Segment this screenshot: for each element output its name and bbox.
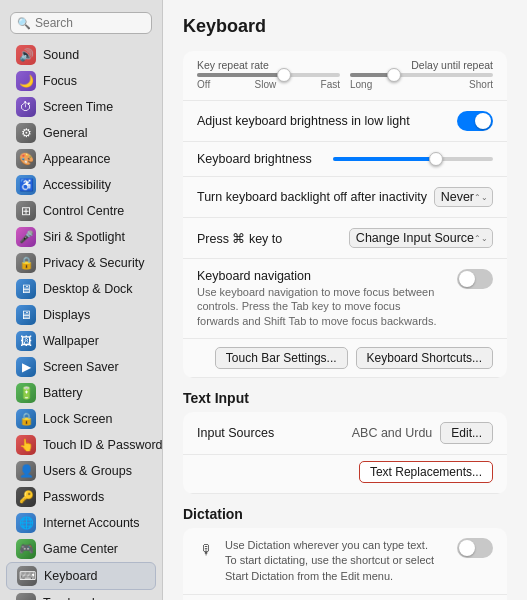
sidebar-item-label: Control Centre (43, 204, 124, 218)
desktop-icon: 🖥 (16, 279, 36, 299)
press-key-row: Press ⌘ key to Change Input Source (183, 218, 507, 259)
displays-icon: 🖥 (16, 305, 36, 325)
sidebar-item-label: Game Center (43, 542, 118, 556)
keyboard-buttons-row: Touch Bar Settings... Keyboard Shortcuts… (183, 339, 507, 378)
sidebar-item-passwords[interactable]: 🔑 Passwords (6, 484, 156, 510)
sound-icon: 🔊 (16, 45, 36, 65)
keyboard-nav-col: Keyboard navigation Use keyboard navigat… (197, 269, 437, 328)
text-input-section: Input Sources ABC and Urdu Edit... Text … (183, 412, 507, 494)
keyboard-nav-toggle-knob (459, 271, 475, 287)
long-label: Long (350, 79, 372, 90)
keyboard-nav-toggle[interactable] (457, 269, 493, 289)
key-repeat-thumb[interactable] (277, 68, 291, 82)
battery-icon: 🔋 (16, 383, 36, 403)
press-key-label: Press ⌘ key to (197, 231, 282, 246)
sidebar-item-label: Privacy & Security (43, 256, 144, 270)
dictation-toggle[interactable] (457, 538, 493, 558)
sidebar-item-label: Sound (43, 48, 79, 62)
sidebar-item-screentime[interactable]: ⏱ Screen Time (6, 94, 156, 120)
sidebar-item-desktop[interactable]: 🖥 Desktop & Dock (6, 276, 156, 302)
brightness-toggle[interactable] (457, 111, 493, 131)
sidebar-item-trackpad[interactable]: ▭ Trackpad (6, 590, 156, 600)
sidebar-item-label: Users & Groups (43, 464, 132, 478)
slow-label: Slow (255, 79, 277, 90)
keyboard-nav-row: Keyboard navigation Use keyboard navigat… (183, 259, 507, 339)
sidebar-item-siri[interactable]: 🎤 Siri & Spotlight (6, 224, 156, 250)
keyboard-nav-label: Keyboard navigation (197, 269, 437, 283)
sidebar-item-label: Desktop & Dock (43, 282, 133, 296)
sidebar-item-internet[interactable]: 🌐 Internet Accounts (6, 510, 156, 536)
brightness-toggle-row: Adjust keyboard brightness in low light (183, 101, 507, 142)
key-repeat-track[interactable] (197, 73, 340, 77)
sidebar-item-users[interactable]: 👤 Users & Groups (6, 458, 156, 484)
sidebar-item-general[interactable]: ⚙ General (6, 120, 156, 146)
internet-icon: 🌐 (16, 513, 36, 533)
keyboard-repeat-section: Key repeat rate Delay until repeat Off S… (183, 51, 507, 378)
keyboard-shortcuts-button[interactable]: Keyboard Shortcuts... (356, 347, 493, 369)
sidebar-item-focus[interactable]: 🌙 Focus (6, 68, 156, 94)
sidebar-item-displays[interactable]: 🖥 Displays (6, 302, 156, 328)
sidebar-item-screensaver[interactable]: ▶ Screen Saver (6, 354, 156, 380)
backlight-select[interactable]: Never (434, 187, 493, 207)
keyboard-brightness-row: Keyboard brightness (183, 142, 507, 177)
sidebar-item-label: Trackpad (43, 596, 95, 600)
input-sources-row: Input Sources ABC and Urdu Edit... (183, 412, 507, 455)
brightness-slider-thumb[interactable] (429, 152, 443, 166)
sidebar-item-label: General (43, 126, 87, 140)
sidebar-item-battery[interactable]: 🔋 Battery (6, 380, 156, 406)
search-input[interactable] (10, 12, 152, 34)
input-sources-label: Input Sources (197, 426, 274, 440)
press-key-select[interactable]: Change Input Source (349, 228, 493, 248)
screensaver-icon: ▶ (16, 357, 36, 377)
backlight-row: Turn keyboard backlight off after inacti… (183, 177, 507, 218)
keyboard-nav-desc: Use keyboard navigation to move focus be… (197, 285, 437, 328)
brightness-toggle-knob (475, 113, 491, 129)
sidebar-item-keyboard[interactable]: ⌨ Keyboard (6, 562, 156, 590)
key-repeat-sliders: Key repeat rate Delay until repeat Off S… (183, 51, 507, 101)
sidebar-item-label: Internet Accounts (43, 516, 140, 530)
lockscreen-icon: 🔒 (16, 409, 36, 429)
sidebar-item-touchid[interactable]: 👆 Touch ID & Password (6, 432, 156, 458)
short-label: Short (469, 79, 493, 90)
delay-repeat-label: Delay until repeat (411, 59, 493, 71)
sidebar-item-label: Appearance (43, 152, 110, 166)
text-replacements-button[interactable]: Text Replacements... (359, 461, 493, 483)
sidebar-item-gamecenter[interactable]: 🎮 Game Center (6, 536, 156, 562)
edit-input-sources-button[interactable]: Edit... (440, 422, 493, 444)
dictation-title: Dictation (183, 506, 507, 522)
touch-bar-settings-button[interactable]: Touch Bar Settings... (215, 347, 348, 369)
slider-labels-top: Key repeat rate Delay until repeat (197, 59, 493, 71)
sidebar-item-privacy[interactable]: 🔒 Privacy & Security (6, 250, 156, 276)
keyboard-brightness-slider[interactable] (333, 157, 493, 161)
off-label: Off (197, 79, 210, 90)
trackpad-icon: ▭ (16, 593, 36, 600)
sidebar: 🔍 🔊 Sound 🌙 Focus ⏱ Screen Time ⚙ Genera… (0, 0, 163, 600)
screentime-icon: ⏱ (16, 97, 36, 117)
key-repeat-slider-col: Off Slow Fast (197, 73, 340, 90)
sidebar-item-label: Passwords (43, 490, 104, 504)
passwords-icon: 🔑 (16, 487, 36, 507)
press-key-value: Change Input Source (356, 231, 474, 245)
language-row: Language English (United Kingdom) (183, 595, 507, 600)
main-content: Keyboard Key repeat rate Delay until rep… (163, 0, 527, 600)
delay-track[interactable] (350, 73, 493, 77)
general-icon: ⚙ (16, 123, 36, 143)
text-input-title: Text Input (183, 390, 507, 406)
gamecenter-icon: 🎮 (16, 539, 36, 559)
sidebar-item-label: Screen Saver (43, 360, 119, 374)
keyboard-brightness-label: Keyboard brightness (197, 152, 312, 166)
touchid-icon: 👆 (16, 435, 36, 455)
sidebar-item-label: Wallpaper (43, 334, 99, 348)
sidebar-item-label: Displays (43, 308, 90, 322)
sidebar-item-label: Touch ID & Password (43, 438, 163, 452)
microphone-icon: 🎙 (197, 540, 217, 560)
sidebar-item-appearance[interactable]: 🎨 Appearance (6, 146, 156, 172)
sidebar-item-accessibility[interactable]: ♿ Accessibility (6, 172, 156, 198)
sidebar-item-wallpaper[interactable]: 🖼 Wallpaper (6, 328, 156, 354)
sidebar-item-label: Focus (43, 74, 77, 88)
search-container: 🔍 (0, 8, 162, 42)
sidebar-item-controlcentre[interactable]: ⊞ Control Centre (6, 198, 156, 224)
sidebar-item-sound[interactable]: 🔊 Sound (6, 42, 156, 68)
delay-bottom-labels: Long Short (350, 79, 493, 90)
sidebar-item-lockscreen[interactable]: 🔒 Lock Screen (6, 406, 156, 432)
